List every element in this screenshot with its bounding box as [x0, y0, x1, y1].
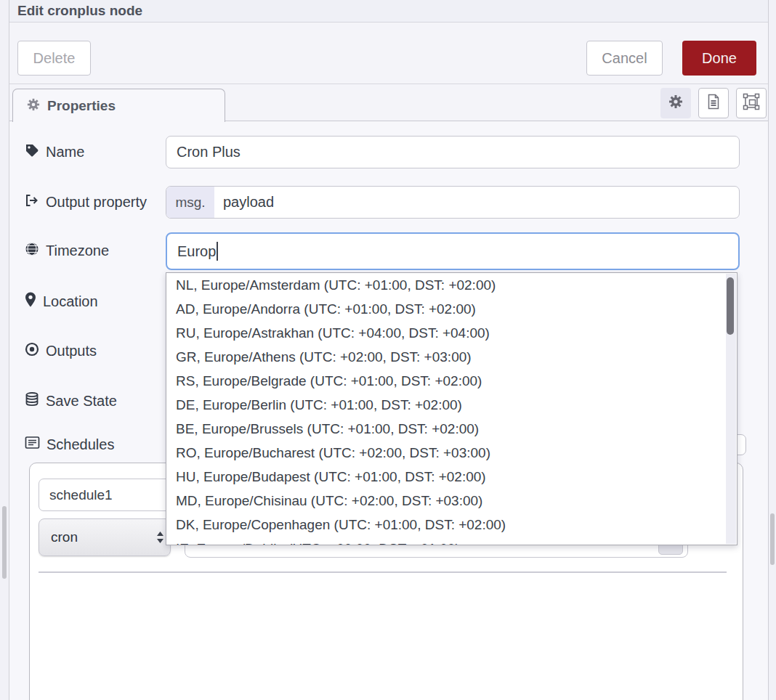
sign-out-icon	[25, 193, 39, 211]
gear-icon	[27, 98, 40, 114]
text-cursor	[217, 242, 218, 261]
timezone-option[interactable]: MD, Europe/Chisinau (UTC: +02:00, DST: +…	[166, 489, 737, 513]
timezone-input[interactable]: Europ	[166, 232, 740, 270]
done-button[interactable]: Done	[682, 41, 756, 76]
tab-properties-label: Properties	[47, 98, 116, 114]
workspace-left-scrollbar[interactable]	[2, 506, 7, 579]
timezone-option[interactable]: HU, Europe/Budapest (UTC: +01:00, DST: +…	[166, 465, 737, 489]
tray-header: Edit cronplus node	[9, 0, 768, 23]
name-input[interactable]: Cron Plus	[166, 136, 740, 168]
dialog-title: Edit cronplus node	[17, 3, 142, 19]
field-label-timezone: Timezone	[25, 242, 109, 260]
field-label-location: Location	[25, 292, 98, 311]
workspace-right-scrollbar[interactable]	[770, 513, 775, 565]
schedule-type-select[interactable]: cron	[39, 518, 171, 556]
appearance-tab-button[interactable]	[736, 88, 767, 118]
edit-node-dialog: Edit cronplus node Delete Cancel Done	[0, 0, 776, 700]
properties-tab-button[interactable]	[660, 88, 691, 118]
field-label-name: Name	[25, 143, 84, 161]
output-property-input[interactable]: msg. payload	[166, 186, 740, 219]
timezone-input-value: Europ	[167, 243, 216, 260]
dropdown-scrollbar-thumb[interactable]	[727, 277, 734, 335]
timezone-option[interactable]: RO, Europe/Bucharest (UTC: +02:00, DST: …	[166, 441, 737, 465]
timezone-option[interactable]: NL, Europe/Amsterdam (UTC: +01:00, DST: …	[166, 273, 737, 297]
field-label-output-property: Output property	[25, 193, 147, 211]
select-arrows-icon	[156, 531, 164, 544]
timezone-option[interactable]: RU, Europe/Astrakhan (UTC: +04:00, DST: …	[166, 321, 737, 345]
timezone-option[interactable]: AD, Europe/Andorra (UTC: +01:00, DST: +0…	[166, 297, 737, 321]
timezone-option[interactable]: BE, Europe/Brussels (UTC: +01:00, DST: +…	[166, 417, 737, 441]
timezone-option[interactable]: GR, Europe/Athens (UTC: +02:00, DST: +03…	[166, 345, 737, 369]
dot-circle-icon	[25, 342, 39, 360]
tab-bar: Properties	[9, 84, 768, 121]
name-input-value: Cron Plus	[166, 144, 241, 160]
tag-icon	[25, 143, 39, 161]
field-label-outputs: Outputs	[25, 342, 97, 360]
dropdown-scrollbar-track[interactable]	[726, 274, 736, 544]
field-label-save-state: Save State	[25, 392, 117, 410]
timezone-option[interactable]: DE, Europe/Berlin (UTC: +01:00, DST: +02…	[166, 393, 737, 417]
timezone-dropdown: NL, Europe/Amsterdam (UTC: +01:00, DST: …	[166, 272, 737, 545]
database-icon	[25, 392, 39, 410]
tab-properties[interactable]: Properties	[12, 89, 225, 122]
timezone-option[interactable]: IE, Europe/Dublin (UTC: +00:00, DST: +01…	[166, 537, 737, 545]
output-property-value: payload	[214, 194, 274, 211]
schedule-name-value: schedule1	[39, 487, 113, 503]
msg-prefix[interactable]: msg.	[166, 187, 214, 218]
document-icon	[706, 94, 721, 113]
schedule-divider	[39, 571, 727, 573]
frame-icon	[743, 93, 760, 113]
timezone-option[interactable]: RS, Europe/Belgrade (UTC: +01:00, DST: +…	[166, 369, 737, 393]
field-label-schedules: Schedules	[25, 436, 114, 453]
gear-icon	[668, 94, 683, 112]
timezone-option[interactable]: DK, Europe/Copenhagen (UTC: +01:00, DST:…	[166, 513, 737, 537]
globe-icon	[25, 242, 39, 260]
list-icon	[25, 436, 40, 453]
description-tab-button[interactable]	[698, 88, 729, 118]
tray-toolbar: Delete Cancel Done	[9, 23, 768, 84]
cancel-button[interactable]: Cancel	[586, 41, 663, 76]
map-marker-icon	[25, 292, 36, 311]
schedule-type-value: cron	[51, 529, 78, 545]
delete-button[interactable]: Delete	[17, 41, 91, 76]
